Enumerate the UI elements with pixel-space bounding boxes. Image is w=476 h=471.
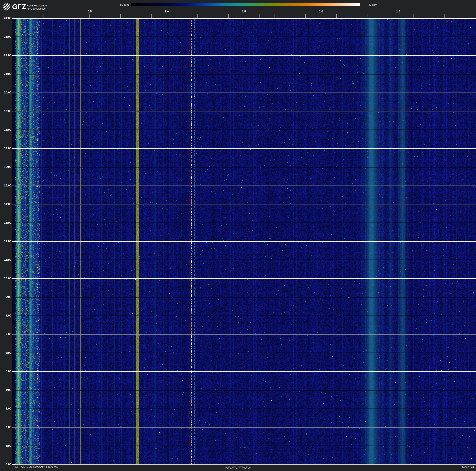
time-tick-label: 19:00 xyxy=(0,109,11,113)
freq-tick-minor xyxy=(213,14,213,18)
org-subtitle-line2: for Geosciences xyxy=(27,7,47,10)
time-tick-label: 9:00 xyxy=(0,295,11,299)
time-tick-label: 23:00 xyxy=(0,35,11,38)
time-tick-label: 18:00 xyxy=(0,128,11,131)
doi-link[interactable]: https://doi.org/10.5880/GFZ.1.2.2024.003 xyxy=(15,466,58,468)
freq-tick-minor xyxy=(383,14,383,18)
freq-tick-minor xyxy=(151,14,152,18)
time-tick-label: 14:00 xyxy=(0,202,11,206)
freq-tick-minor xyxy=(413,14,414,18)
gfz-logo-icon xyxy=(3,3,11,11)
time-tick-label: 2:00 xyxy=(0,425,11,429)
org-wordmark: GFZ xyxy=(12,3,26,10)
freq-tick-label: 1.0 xyxy=(165,10,169,13)
freq-tick-minor xyxy=(28,14,28,18)
time-tick-label: 7:00 xyxy=(0,332,11,336)
time-tick-label: 4:00 xyxy=(0,388,11,392)
freq-tick-minor xyxy=(182,14,182,18)
freq-tick-label: 1.5 xyxy=(242,10,246,13)
freq-tick-minor xyxy=(259,14,259,18)
org-subtitle: Helmholtz Centre for Geosciences xyxy=(27,4,47,10)
freq-tick-minor xyxy=(336,14,337,18)
time-tick-label: 17:00 xyxy=(0,147,11,150)
spectrogram-canvas xyxy=(12,18,476,465)
colorbar-max-label: -20 dBm xyxy=(368,3,377,6)
freq-tick-minor xyxy=(367,14,367,18)
dataset-id-label: 0_20_3000_100000_40_0 xyxy=(225,466,251,469)
time-tick-label: 6:00 xyxy=(0,351,11,354)
freq-tick-minor xyxy=(74,14,74,18)
colorbar-min-label: -80 dBm xyxy=(119,3,129,6)
freq-tick-minor xyxy=(105,14,105,18)
freq-tick-minor xyxy=(429,14,429,18)
freq-tick-minor xyxy=(352,14,352,18)
freq-tick-minor xyxy=(120,14,121,18)
freq-tick-major xyxy=(475,14,476,18)
spectrogram-page: GFZ Helmholtz Centre for Geosciences -80… xyxy=(0,0,476,471)
freq-tick-minor xyxy=(444,14,444,18)
time-tick-label: 1:00 xyxy=(0,444,11,448)
freq-tick-label: 2.5 xyxy=(396,10,400,13)
time-tick-label: 22:00 xyxy=(0,54,11,57)
freq-tick-minor xyxy=(290,14,290,18)
freq-tick-major xyxy=(398,14,398,18)
freq-tick-minor xyxy=(197,14,198,18)
time-tick-label: 20:00 xyxy=(0,91,11,94)
time-tick-label: 13:00 xyxy=(0,221,11,224)
time-tick-label: 12:00 xyxy=(0,240,11,243)
org-subtitle-line1: Helmholtz Centre xyxy=(27,4,47,7)
freq-tick-major xyxy=(89,14,90,18)
freq-tick-minor xyxy=(136,14,136,18)
freq-tick-minor xyxy=(228,14,229,18)
freq-tick-major xyxy=(244,14,244,18)
freq-tick-minor xyxy=(460,14,460,18)
time-tick-label: 11:00 xyxy=(0,258,11,261)
time-tick-label: 24:00 xyxy=(0,17,11,20)
time-tick-label: 15:00 xyxy=(0,184,11,187)
time-tick-label: 0:00 xyxy=(0,463,11,466)
time-tick-label: 8:00 xyxy=(0,314,11,317)
freq-tick-label: 2.0 xyxy=(319,10,323,13)
freq-tick-label: 0.5 xyxy=(87,10,91,13)
freq-tick-major xyxy=(321,14,321,18)
colorbar-gradient xyxy=(131,3,360,6)
date-label: 2024-01-04 xyxy=(462,466,474,468)
freq-tick-minor xyxy=(274,14,275,18)
time-tick-label: 5:00 xyxy=(0,370,11,373)
freq-tick-minor xyxy=(306,14,306,18)
time-tick-label: 3:00 xyxy=(0,407,11,410)
freq-tick-major xyxy=(167,14,167,18)
freq-tick-minor xyxy=(59,14,59,18)
time-tick-label: 16:00 xyxy=(0,165,11,169)
time-tick-label: 10:00 xyxy=(0,277,11,280)
time-tick-label: 21:00 xyxy=(0,72,11,76)
freq-tick-minor xyxy=(43,14,43,18)
